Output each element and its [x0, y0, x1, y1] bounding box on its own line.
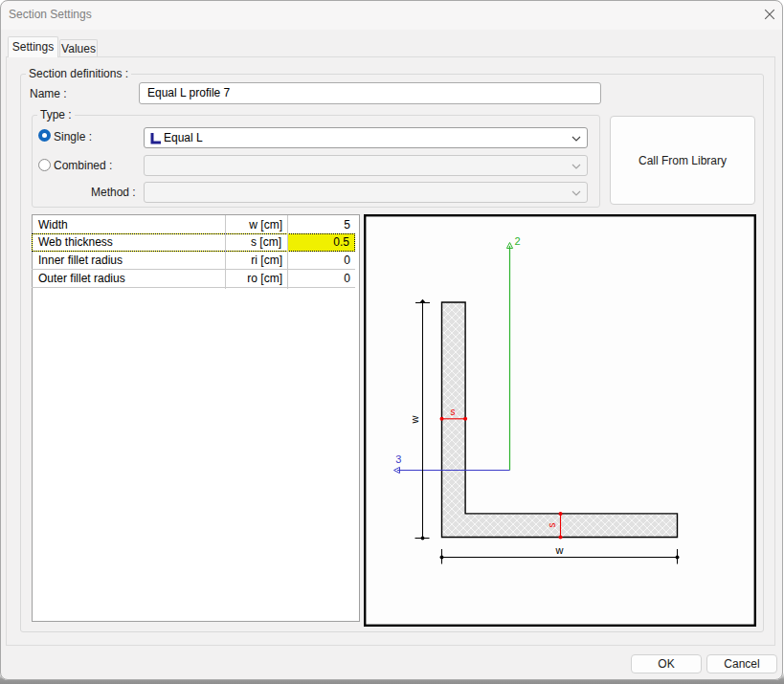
- svg-text:s: s: [547, 523, 557, 528]
- svg-text:w: w: [409, 415, 420, 424]
- svg-text:s: s: [451, 407, 456, 417]
- svg-text:2: 2: [515, 235, 521, 247]
- svg-text:w: w: [555, 544, 564, 556]
- svg-text:3: 3: [395, 453, 401, 465]
